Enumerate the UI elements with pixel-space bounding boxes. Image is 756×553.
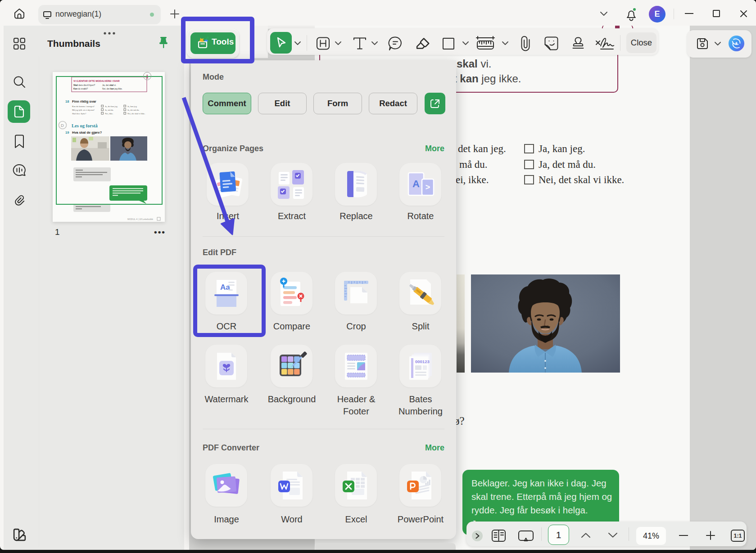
svg-text:>: > — [426, 183, 430, 192]
svg-text:MODUL 4 | 18 Lekebutikk: MODUL 4 | 18 Lekebutikk — [127, 218, 153, 220]
svg-text:000123: 000123 — [415, 359, 430, 364]
svg-text:A: A — [412, 178, 420, 189]
